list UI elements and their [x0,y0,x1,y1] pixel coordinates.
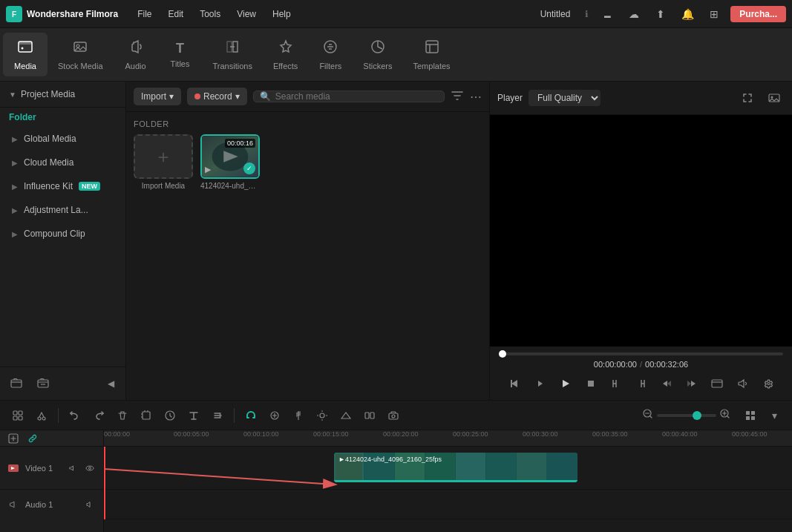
titles-tab-icon: T [176,41,184,56]
timeline-delete-btn[interactable] [112,405,133,426]
video-media-item[interactable]: 00:00:16 ✓ ▶ 4124024-uhd_40... [200,134,260,190]
timeline-split-btn[interactable] [359,405,380,426]
sidebar-item-cloud-media[interactable]: ▶ Cloud Media [3,151,122,174]
sidebar-collapse-btn[interactable]: ◀ [102,375,120,393]
sidebar-item-influence-kit[interactable]: ▶ Influence Kit NEW [3,175,122,197]
svg-rect-39 [751,411,755,415]
tab-titles[interactable]: T Titles [158,35,203,74]
menu-help[interactable]: Help [265,6,298,22]
more-options-icon[interactable]: ⋯ [470,90,482,104]
menu-bar: F Wondershare Filmora File Edit Tools Vi… [0,0,792,28]
mark-in-btn[interactable] [606,373,626,394]
timeline-more-btn[interactable] [207,405,228,426]
audio-track-speaker-btn[interactable] [82,497,97,512]
next-clip-btn[interactable] [681,373,702,394]
preview-panel: Player Full Quality 1/2 Quality 1/4 Qual… [489,82,792,400]
purchase-button[interactable]: Purcha... [730,6,786,22]
upload-icon[interactable]: ⬆ [650,4,671,24]
timeline-audio-mark-btn[interactable] [312,405,333,426]
video-track-speaker-btn[interactable] [65,461,80,476]
timeline-undo-btn[interactable] [65,405,85,426]
svg-point-35 [392,415,395,418]
settings-btn[interactable] [757,373,778,394]
search-bar[interactable]: 🔍 [253,91,445,102]
tab-templates[interactable]: Templates [402,33,460,76]
timeline-magnet-btn[interactable] [240,405,261,426]
minimize-icon[interactable]: 🗕 [597,4,618,24]
timeline-camera-btn[interactable] [383,405,404,426]
menu-view[interactable]: View [229,6,264,22]
timeline-settings-btn[interactable]: ▾ [764,405,785,426]
timeline-clip-speed-btn[interactable] [336,405,356,426]
sidebar-project-media[interactable]: ▼ Project Media [0,82,125,108]
video-track-name: Video 1 [25,464,53,473]
zoom-slider[interactable] [657,414,716,417]
record-button[interactable]: Record ▾ [187,88,247,105]
menu-file[interactable]: File [130,6,159,22]
zoom-slider-handle[interactable] [693,411,701,420]
import-media-item[interactable]: ＋ Import Media [134,134,193,190]
video-clip[interactable]: ►4124024-uhd_4096_2160_25fps [334,453,577,482]
ruler-mark-8: 00:00:40:00 [662,430,698,438]
progress-bar[interactable] [499,352,783,355]
tab-stock-media[interactable]: Stock Media [48,33,114,76]
timeline-select-tool[interactable] [7,405,28,426]
import-media-thumb[interactable]: ＋ [134,134,193,179]
ruler-mark-7: 00:00:35:00 [592,430,628,438]
video-thumb[interactable]: 00:00:16 ✓ ▶ [200,134,260,179]
sidebar-remove-folder-btn[interactable] [33,373,53,394]
timeline-effect-btn[interactable] [264,405,285,426]
sidebar-item-compound-clip[interactable]: ▶ Compound Clip [3,223,122,245]
tab-stickers[interactable]: Stickers [353,33,402,76]
add-track-btn[interactable] [6,431,21,446]
preview-image-icon[interactable] [764,88,785,108]
timeline-crop-btn[interactable] [136,405,157,426]
video-track-eye-btn[interactable] [82,461,97,476]
svg-rect-24 [13,416,17,420]
prev-frame-btn[interactable] [505,373,526,394]
timeline-marker-btn[interactable] [288,405,309,426]
preview-expand-icon[interactable] [737,88,758,108]
zoom-plus-btn[interactable] [719,408,731,423]
stop-btn[interactable] [580,373,601,394]
notification-icon[interactable]: 🔔 [677,4,698,24]
prev-clip-btn[interactable] [656,373,677,394]
audio-track-icon [6,497,21,512]
sidebar-add-folder-btn[interactable] [6,373,27,394]
progress-handle[interactable] [499,350,506,358]
search-input[interactable] [275,91,438,102]
import-button[interactable]: Import ▾ [134,88,181,105]
sidebar-cloud-media-arrow: ▶ [12,159,18,167]
sidebar-compound-clip-label: Compound Clip [24,229,85,239]
tab-media[interactable]: Media [3,33,48,76]
tab-audio[interactable]: Audio [114,33,158,76]
grid-icon[interactable]: ⊞ [704,4,724,24]
tab-transitions[interactable]: Transitions [203,33,263,76]
sidebar-item-global-media[interactable]: ▶ Global Media [3,128,122,150]
timeline-cut-tool[interactable] [31,405,52,426]
menu-edit[interactable]: Edit [160,6,191,22]
svg-rect-33 [370,413,374,418]
total-time: 00:00:32:06 [645,360,688,369]
audio-btn[interactable] [732,373,753,394]
quality-select[interactable]: Full Quality 1/2 Quality 1/4 Quality [528,90,600,106]
play-slow-btn[interactable] [530,373,551,394]
play-btn[interactable] [555,373,576,394]
timeline-speed-btn[interactable] [160,405,180,426]
ruler-mark-6: 00:00:30:00 [523,430,558,438]
zoom-minus-btn[interactable] [642,408,654,423]
mark-out-btn[interactable] [631,373,652,394]
filter-icon[interactable] [451,89,464,105]
timeline-grid-btn[interactable] [740,405,761,426]
cloud-save-icon[interactable]: ☁ [624,4,644,24]
tab-effects[interactable]: Effects [263,33,308,76]
link-track-btn[interactable] [25,431,40,446]
menu-tools[interactable]: Tools [192,6,228,22]
timeline-text-btn[interactable] [183,405,204,426]
timeline-redo-btn[interactable] [88,405,109,426]
svg-rect-54 [486,453,516,482]
sidebar-item-adjustment[interactable]: ▶ Adjustment La... [3,199,122,221]
svg-point-21 [768,383,770,385]
screen-capture-btn[interactable] [707,373,727,394]
tab-filters[interactable]: Filters [308,33,353,76]
